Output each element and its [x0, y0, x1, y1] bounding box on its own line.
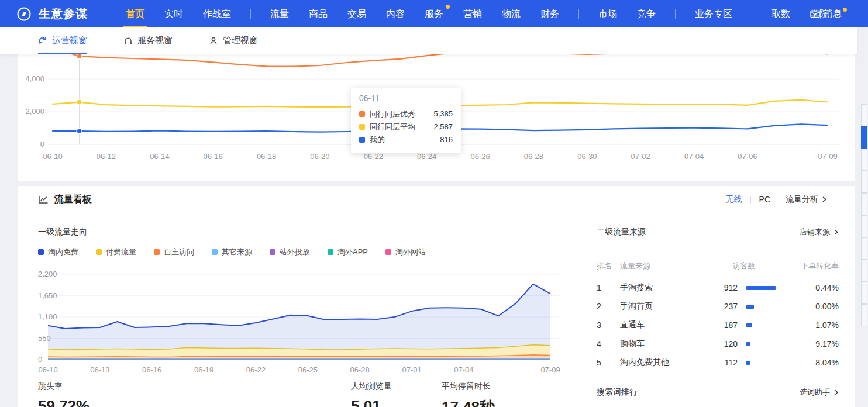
svg-text:06-16: 06-16 [204, 152, 223, 161]
svg-text:06-28: 06-28 [524, 152, 543, 161]
quick-nav-cell-active[interactable] [861, 126, 867, 149]
word-assistant-link[interactable]: 选词助手 [800, 387, 839, 398]
chevron-right-icon [833, 229, 839, 236]
nav-item-财务[interactable]: 财务 [531, 0, 569, 27]
svg-text:06-20: 06-20 [310, 152, 329, 161]
legend-item-淘外网站[interactable]: 淘外网站 [385, 247, 426, 257]
legend-swatch [270, 249, 275, 255]
nav-item-物流[interactable]: 物流 [492, 0, 531, 27]
legend-item-其它来源[interactable]: 其它来源 [212, 247, 252, 257]
source-table-row[interactable]: 3直通车1871.07% [597, 316, 839, 334]
tooltip-row: 同行同层优秀5,385 [359, 108, 453, 120]
stat-label: 人均浏览量 [351, 381, 392, 392]
legend-swatch [328, 249, 333, 255]
svg-text:06-22: 06-22 [246, 365, 266, 374]
brand[interactable]: 生意参谋 [16, 6, 88, 22]
svg-text:2,000: 2,000 [25, 107, 44, 116]
svg-text:0: 0 [40, 140, 44, 149]
search-rank-header: 搜索词排行 选词助手 [597, 387, 839, 398]
stat-value: 59.72% [38, 397, 89, 407]
series-color-swatch [359, 137, 365, 143]
app-root: 生意参谋 首页实时作战室流量商品交易内容服务营销物流财务市场竞争业务专区取数学院… [0, 0, 868, 407]
quick-nav-cell[interactable] [861, 149, 867, 171]
quick-nav-cell[interactable] [861, 304, 867, 326]
shop-source-link[interactable]: 店铺来源 [800, 227, 839, 237]
series-color-swatch [359, 124, 365, 130]
nav-item-取数[interactable]: 取数 [762, 0, 800, 27]
view-tabbar: 运营视窗服务视窗管理视窗 [0, 27, 857, 54]
trend-chart-card[interactable]: 02,0004,00006-1006-1206-1406-1606-1806-2… [18, 54, 855, 181]
messages-button[interactable]: 消息 [810, 0, 853, 27]
visitors-bar [746, 323, 752, 327]
traffic-board-title: 流量看板 [38, 194, 92, 206]
visitors-bar [746, 342, 750, 346]
quick-nav-cell[interactable] [861, 171, 867, 193]
nav-item-交易[interactable]: 交易 [337, 0, 376, 27]
quick-nav-cell[interactable] [861, 215, 867, 237]
chevron-right-icon [833, 389, 839, 396]
nav-menu: 首页实时作战室流量商品交易内容服务营销物流财务市场竞争业务专区取数学院 [116, 0, 839, 27]
nav-item-服务[interactable]: 服务 [415, 0, 453, 27]
flow-chart[interactable]: 05501,1001,6502,20006-1006-1306-1606-190… [38, 267, 570, 380]
legend-swatch [96, 249, 102, 255]
quick-nav-cell[interactable] [861, 260, 867, 282]
source-table-row[interactable]: 1手淘搜索9120.44% [597, 278, 839, 297]
flow-section-title: 一级流量走向 [38, 227, 87, 237]
legend-item-自主访问[interactable]: 自主访问 [154, 247, 194, 257]
stat-人均浏览量: 人均浏览量5.01 [351, 381, 392, 407]
nav-item-商品[interactable]: 商品 [299, 0, 337, 27]
stat-value: 5.01 [351, 397, 392, 407]
quick-nav-cell[interactable] [861, 104, 867, 126]
tab-服务视窗[interactable]: 服务视窗 [123, 27, 173, 54]
tooltip-date: 06-11 [359, 94, 453, 103]
notification-dot [843, 8, 847, 12]
legend-swatch [212, 249, 218, 255]
nav-item-作战室[interactable]: 作战室 [193, 0, 241, 27]
quick-nav-cell[interactable] [861, 237, 867, 260]
svg-text:1,650: 1,650 [38, 291, 57, 300]
svg-text:1,100: 1,100 [38, 312, 57, 321]
legend-item-淘内免费[interactable]: 淘内免费 [38, 247, 78, 257]
quick-nav-cell[interactable] [861, 282, 867, 304]
legend-swatch [154, 249, 160, 255]
nav-item-内容[interactable]: 内容 [376, 0, 415, 27]
svg-text:06-26: 06-26 [470, 152, 490, 161]
nav-item-市场[interactable]: 市场 [588, 0, 627, 27]
svg-text:06-19: 06-19 [194, 365, 213, 374]
visitors-bar [746, 305, 754, 309]
nav-item-首页[interactable]: 首页 [116, 0, 154, 27]
nav-item-实时[interactable]: 实时 [154, 0, 193, 27]
nav-item-流量[interactable]: 流量 [260, 0, 299, 27]
legend-swatch [38, 249, 44, 255]
section-quick-nav[interactable] [861, 0, 868, 407]
nav-item-竞争[interactable]: 竞争 [627, 0, 666, 27]
source-table-header: 排名 流量来源 访客数 下单转化率 [597, 261, 839, 271]
stat-平均停留时长: 平均停留时长17.48秒 [442, 381, 495, 407]
person-icon [209, 36, 218, 46]
svg-text:06-22: 06-22 [364, 152, 383, 161]
top-navbar: 生意参谋 首页实时作战室流量商品交易内容服务营销物流财务市场竞争业务专区取数学院… [0, 0, 868, 27]
source-table-row[interactable]: 5淘内免费其他1128.04% [597, 353, 839, 372]
legend-item-站外投放[interactable]: 站外投放 [270, 247, 310, 257]
nav-item-业务专区[interactable]: 业务专区 [685, 0, 742, 27]
tab-运营视窗[interactable]: 运营视窗 [38, 27, 87, 54]
svg-text:2,200: 2,200 [38, 270, 57, 278]
nav-item-营销[interactable]: 营销 [453, 0, 492, 27]
svg-text:07-09: 07-09 [818, 152, 837, 161]
headset-icon [123, 36, 133, 46]
legend-swatch [385, 249, 391, 255]
legend-item-付费流量[interactable]: 付费流量 [96, 247, 136, 257]
flow-legend: 淘内免费付费流量自主访问其它来源站外投放淘外APP淘外网站 [38, 247, 443, 257]
search-rank-title: 搜索词排行 [597, 387, 638, 398]
quick-nav-cell[interactable] [861, 193, 867, 215]
svg-text:06-12: 06-12 [97, 152, 116, 161]
source-table-row[interactable]: 2手淘首页2370.00% [597, 297, 839, 316]
tab-管理视窗[interactable]: 管理视窗 [209, 27, 258, 54]
legend-item-淘外APP[interactable]: 淘外APP [328, 247, 368, 257]
source-table-row[interactable]: 4购物车1209.17% [597, 334, 839, 353]
stat-value: 17.48秒 [442, 397, 495, 407]
svg-text:06-25: 06-25 [298, 365, 318, 374]
source-panel: 二级流量来源 店铺来源 排名 流量来源 访客数 下单转化率 1手淘搜索9120.… [597, 186, 839, 407]
svg-text:07-06: 07-06 [738, 152, 757, 161]
tooltip-row: 同行同层平均2,587 [359, 120, 453, 133]
